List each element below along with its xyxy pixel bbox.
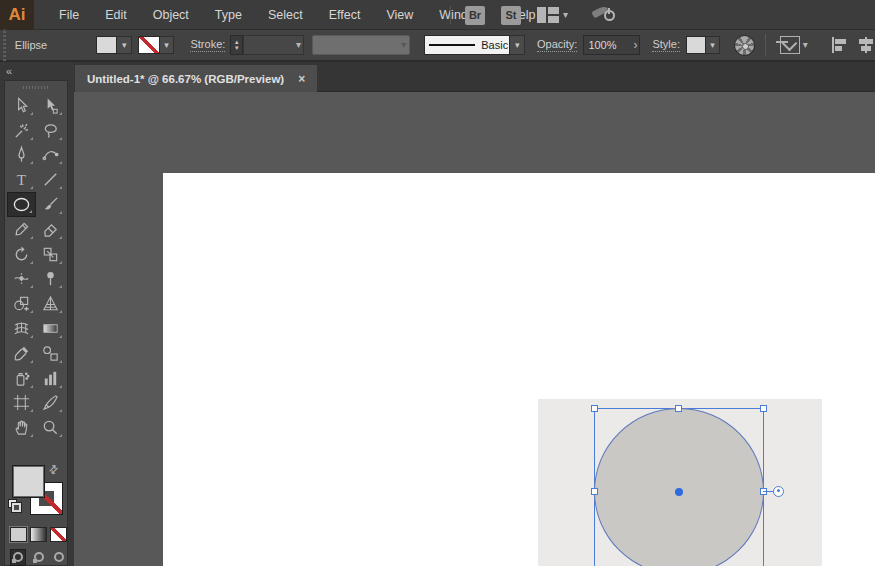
- bridge-button[interactable]: Br: [465, 6, 485, 25]
- horizontal-align-center-icon[interactable]: [857, 36, 875, 54]
- document-tab-title: Untitled-1* @ 66.67% (RGB/Preview): [87, 73, 284, 85]
- menu-object[interactable]: Object: [140, 0, 202, 30]
- handle-middle-left[interactable]: [591, 488, 598, 495]
- document-area: Untitled-1* @ 66.67% (RGB/Preview) ×: [74, 62, 875, 566]
- menu-bar: Ai File Edit Object Type Select Effect V…: [0, 0, 875, 30]
- curvature-tool[interactable]: [36, 143, 65, 168]
- drawing-mode-buttons: [5, 547, 67, 566]
- touch-workspace-icon[interactable]: [590, 5, 616, 25]
- brush-chevron-icon: ▾: [401, 40, 409, 50]
- zoom-tool[interactable]: [36, 415, 65, 440]
- tools-panel: ⇄: [4, 80, 68, 566]
- handle-top-center[interactable]: [675, 405, 682, 412]
- workspace-chevron-icon[interactable]: ▾: [563, 10, 568, 20]
- fill-color-chevron-icon[interactable]: ▾: [117, 36, 132, 54]
- blend-tool[interactable]: [36, 341, 65, 366]
- width-tool[interactable]: [7, 267, 36, 292]
- illustrator-window: Ai File Edit Object Type Select Effect V…: [0, 0, 875, 566]
- close-tab-icon[interactable]: ×: [298, 72, 305, 86]
- opacity-field[interactable]: 100%›: [583, 35, 640, 55]
- tool-grid: [5, 93, 67, 440]
- shaper-tool[interactable]: [7, 217, 36, 242]
- opacity-value: 100%: [588, 39, 616, 51]
- rotate-tool[interactable]: [7, 242, 36, 267]
- workspace-switcher-icon[interactable]: [537, 7, 559, 23]
- default-fill-stroke-icon[interactable]: [8, 499, 22, 513]
- handle-top-right[interactable]: [760, 405, 767, 412]
- color-mode-button[interactable]: [10, 527, 27, 542]
- style-label[interactable]: Style:: [652, 38, 680, 52]
- stroke-style-combo[interactable]: Basic: [424, 35, 510, 55]
- eraser-tool[interactable]: [36, 217, 65, 242]
- draw-normal-icon[interactable]: [10, 549, 26, 566]
- menu-edit[interactable]: Edit: [92, 0, 140, 30]
- select-similar-objects-icon[interactable]: [780, 36, 800, 54]
- draw-behind-icon[interactable]: [31, 549, 47, 566]
- menu-type[interactable]: Type: [202, 0, 255, 30]
- stroke-color-chevron-icon[interactable]: ▾: [160, 36, 175, 54]
- ellipse-tool[interactable]: [7, 192, 36, 217]
- opacity-label[interactable]: Opacity:: [537, 38, 577, 52]
- stock-button[interactable]: St: [501, 6, 521, 25]
- selection-tool[interactable]: [7, 93, 36, 118]
- document-tab[interactable]: Untitled-1* @ 66.67% (RGB/Preview) ×: [75, 65, 317, 92]
- collapse-panel-icon[interactable]: «: [6, 65, 12, 77]
- handle-top-left[interactable]: [591, 405, 598, 412]
- control-bar-gripper[interactable]: [0, 29, 9, 61]
- menu-bar-right: Br St ▾: [450, 0, 616, 30]
- magic-wand-tool[interactable]: [7, 118, 36, 143]
- select-similar-chevron-icon[interactable]: ▾: [803, 40, 808, 50]
- stroke-style-chevron-icon[interactable]: ▾: [510, 35, 525, 55]
- artboard[interactable]: [163, 173, 875, 566]
- stepper-down-icon[interactable]: ▾: [235, 45, 239, 51]
- fill-color-swatch[interactable]: [96, 36, 118, 54]
- selection-center-point[interactable]: [675, 488, 683, 496]
- line-segment-tool[interactable]: [36, 167, 65, 192]
- menu-file[interactable]: File: [46, 0, 92, 30]
- opacity-expand-icon[interactable]: ›: [633, 36, 637, 54]
- symbol-sprayer-tool[interactable]: [7, 366, 36, 391]
- puppet-warp-tool[interactable]: [36, 267, 65, 292]
- horizontal-align-left-icon[interactable]: [830, 36, 848, 54]
- hand-tool[interactable]: [7, 415, 36, 440]
- column-graph-tool[interactable]: [36, 366, 65, 391]
- artboard-tool[interactable]: [7, 391, 36, 416]
- left-dock: «: [0, 62, 74, 566]
- swap-fill-stroke-icon[interactable]: ⇄: [46, 462, 62, 478]
- menu-effect[interactable]: Effect: [316, 0, 374, 30]
- scale-tool[interactable]: [36, 242, 65, 267]
- none-mode-button[interactable]: [50, 527, 67, 542]
- lasso-tool[interactable]: [36, 118, 65, 143]
- fill-stroke-indicator: ⇄: [5, 463, 67, 521]
- fill-swatch[interactable]: [12, 465, 45, 498]
- eyedropper-tool[interactable]: [7, 341, 36, 366]
- stroke-weight-chevron-icon[interactable]: ▾: [296, 40, 301, 50]
- menu-view[interactable]: View: [373, 0, 426, 30]
- stroke-weight-stepper[interactable]: ▴▾: [230, 35, 243, 55]
- type-tool[interactable]: [7, 167, 36, 192]
- gradient-mode-button[interactable]: [30, 527, 47, 542]
- style-chevron-icon[interactable]: ▾: [706, 36, 721, 54]
- slice-tool[interactable]: [36, 391, 65, 416]
- mesh-tool[interactable]: [7, 316, 36, 341]
- stroke-weight-label[interactable]: Stroke:: [190, 38, 225, 52]
- paintbrush-tool[interactable]: [36, 192, 65, 217]
- stroke-color-swatch[interactable]: [138, 36, 160, 54]
- menu-select[interactable]: Select: [255, 0, 316, 30]
- canvas-pasteboard[interactable]: [74, 92, 875, 566]
- fill-mode-buttons: [5, 523, 67, 545]
- direct-selection-tool[interactable]: [36, 93, 65, 118]
- perspective-grid-tool[interactable]: [36, 291, 65, 316]
- active-tool-label: Ellipse: [15, 39, 76, 51]
- app-logo: Ai: [0, 0, 34, 30]
- shape-builder-tool[interactable]: [7, 291, 36, 316]
- control-bar: Ellipse ▾ ▾ Stroke: ▴▾ ▾ ▾ Basic ▾ Opaci…: [0, 30, 875, 62]
- pen-tool[interactable]: [7, 143, 36, 168]
- gradient-tool[interactable]: [36, 316, 65, 341]
- panel-drag-handle[interactable]: [5, 81, 67, 93]
- style-swatch[interactable]: [686, 36, 706, 54]
- live-shape-widget-handle[interactable]: [773, 486, 784, 497]
- draw-inside-icon[interactable]: [51, 549, 67, 566]
- stroke-weight-combo[interactable]: ▾: [243, 35, 304, 55]
- recolor-artwork-icon[interactable]: [734, 35, 755, 56]
